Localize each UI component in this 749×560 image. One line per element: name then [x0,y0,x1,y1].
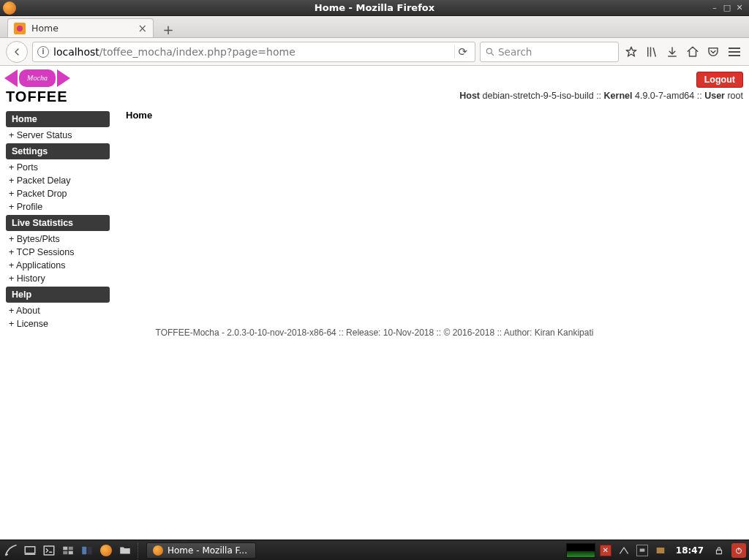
sidebar-item[interactable]: + Ports [6,161,110,174]
system-tray: ✕ 18:47 [566,543,746,558]
sidebar: Home+ Server StatusSettings+ Ports+ Pack… [6,110,110,330]
svg-rect-7 [82,546,86,554]
maximize-button[interactable]: □ [722,3,732,12]
tab-strip: Home × + [0,16,749,38]
close-tab-button[interactable]: × [138,22,147,35]
tray-alert-icon[interactable]: ✕ [600,545,611,556]
svg-point-0 [486,48,492,53]
workspace-switcher-icon[interactable] [79,543,95,558]
svg-rect-8 [88,546,92,554]
sidebar-item[interactable]: + About [6,304,110,317]
svg-rect-9 [639,548,644,551]
menu-button[interactable] [726,48,743,56]
svg-rect-2 [44,546,54,555]
address-bar[interactable]: i localhost/toffee_mocha/index.php?page=… [32,42,475,62]
bookmark-star-icon[interactable] [623,44,639,60]
firefox-icon [3,1,16,15]
svg-rect-10 [656,548,664,553]
downloads-icon[interactable] [664,44,680,60]
desktop-taskbar: Home - Mozilla F... ✕ 18:47 [0,540,749,560]
back-button[interactable] [6,41,28,63]
sidebar-item[interactable]: + TCP Sessions [6,246,110,259]
url-host: localhost [53,46,99,58]
url-path: /toffee_mocha/index.php?page=home [99,46,296,58]
close-window-button[interactable]: ✕ [734,3,745,12]
taskbar-window-button[interactable]: Home - Mozilla F... [146,542,256,559]
reload-button[interactable]: ⟳ [454,45,470,58]
sidebar-header[interactable]: Help [6,287,110,303]
taskbar-window-title: Home - Mozilla F... [168,545,247,556]
show-desktop-icon[interactable] [22,543,38,558]
clock[interactable]: 18:47 [673,545,707,556]
app-logo: Mocha TOFFEE [6,68,69,105]
host-info-line: Host debian-stretch-9-5-iso-build :: Ker… [459,91,743,101]
page-title: Home [126,110,743,121]
app-menu-icon[interactable] [3,543,19,558]
tab-home[interactable]: Home × [7,18,154,37]
firefox-launcher-icon[interactable] [98,543,114,558]
firefox-icon [153,545,163,556]
sidebar-header[interactable]: Live Statistics [6,215,110,231]
search-box[interactable]: Search [480,42,619,62]
sidebar-item[interactable]: + Packet Delay [6,174,110,187]
svg-rect-1 [25,546,35,553]
sidebar-item[interactable]: + History [6,272,110,285]
tray-display-icon[interactable] [636,545,648,556]
window-title: Home - Mozilla Firefox [0,2,749,13]
search-placeholder: Search [498,46,532,58]
tray-misc-icon[interactable] [652,543,669,558]
tab-favicon [14,23,26,34]
page-content: Mocha TOFFEE Logout Host debian-stretch-… [0,66,749,540]
home-icon[interactable] [685,44,701,60]
browser-toolbar: i localhost/toffee_mocha/index.php?page=… [0,38,749,66]
file-manager-icon[interactable] [60,543,76,558]
main-content: Home [110,110,743,330]
site-info-icon[interactable]: i [37,46,49,58]
sidebar-item[interactable]: + Bytes/Pkts [6,232,110,246]
footer-text: TOFFEE-Mocha - 2.0.3-0-10-nov-2018-x86-6… [0,328,749,338]
cpu-graph-icon[interactable] [566,543,595,558]
window-titlebar: Home - Mozilla Firefox – □ ✕ [0,0,749,16]
power-button[interactable] [731,543,746,558]
sidebar-item[interactable]: + Packet Drop [6,187,110,200]
tray-lock-icon[interactable] [711,543,727,558]
svg-rect-3 [63,546,67,550]
pocket-icon[interactable] [705,44,721,60]
sidebar-item[interactable]: + Profile [6,200,110,213]
network-icon[interactable] [616,543,632,558]
app-header: Mocha TOFFEE Logout Host debian-stretch-… [0,66,749,107]
sidebar-item[interactable]: + Server Status [6,129,110,142]
candy-icon: Mocha [6,68,69,88]
file-browser-icon[interactable] [117,543,133,558]
svg-rect-6 [69,550,73,554]
tab-title: Home [31,23,59,34]
library-icon[interactable] [644,44,660,60]
svg-rect-11 [717,550,722,553]
sidebar-item[interactable]: + Applications [6,259,110,272]
new-tab-button[interactable]: + [158,21,178,37]
minimize-button[interactable]: – [710,3,720,12]
sidebar-header[interactable]: Settings [6,143,110,159]
svg-rect-5 [63,550,67,554]
logout-button[interactable]: Logout [696,72,743,88]
svg-rect-4 [69,546,73,550]
terminal-icon[interactable] [41,543,57,558]
brand-text: TOFFEE [6,88,68,105]
sidebar-header[interactable]: Home [6,111,110,127]
